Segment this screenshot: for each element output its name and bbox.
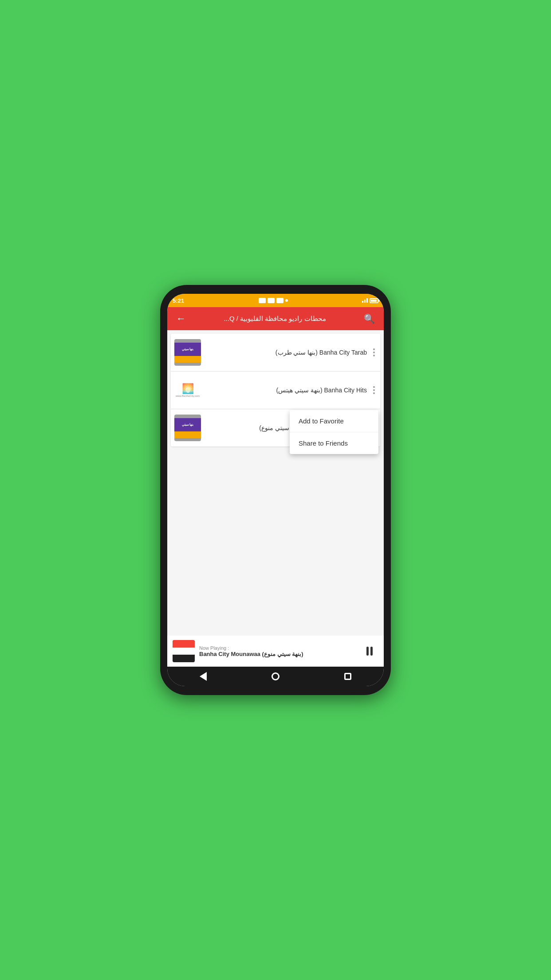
battery-fill [371,300,377,302]
nav-home-icon [272,672,279,680]
more-dot [373,348,375,350]
logo-purple-bar: بنها سيتي [174,343,201,356]
status-right [362,298,378,303]
status-time: 5:21 [173,297,184,304]
app-bar-title: محطات راديو محافظة القليوبية / Q... [189,315,360,323]
logo-text: بنها سيتي [182,423,194,427]
status-icons [259,298,288,303]
station-logo-mounawaa: بنها سيتي [174,415,201,441]
phone-screen: 5:21 ← محطات راديو محافظة ال [167,294,384,686]
now-playing-logo [173,640,195,662]
logo-orange-bar [174,431,201,438]
now-playing-info: Now Playing : Banha City Mounawaa (بنهة … [195,645,361,657]
flag-red [173,640,195,648]
status-icon-2 [268,298,275,303]
more-menu-button-tarab[interactable] [371,347,377,358]
logo-hits-inner: 🌅 www.BanhaCity.com [174,377,201,403]
logo-text: بنها سيتي [182,348,194,351]
more-dot [373,355,375,356]
share-to-friends-item[interactable]: Share to Friends [290,432,378,454]
add-to-favorite-item[interactable]: Add to Favorite [290,410,378,432]
pause-button[interactable] [361,642,378,660]
sun-icon: 🌅 [182,383,194,395]
now-playing-label: Now Playing : [199,645,356,651]
more-dot [373,386,375,388]
nav-home-button[interactable] [267,668,284,685]
more-dot [373,392,375,394]
station-info: Banha City Hits (بنهة سيتي هيتس) [201,386,371,394]
more-dot [373,352,375,353]
now-playing-title: Banha City Mounawaa (بنهة سيتي منوع) [199,651,356,657]
hits-url: www.BanhaCity.com [176,395,200,397]
flag-white [173,648,195,655]
signal-bar-1 [362,301,363,303]
nav-bar [167,667,384,686]
station-name: Banha City Hits (بنهة سيتي هيتس) [276,387,367,394]
status-dot [285,299,288,302]
pause-bar-2 [370,647,373,656]
pause-icon [366,647,373,656]
nav-back-icon [200,672,207,681]
search-button[interactable]: 🔍 [360,312,378,326]
status-icon-1 [259,298,266,303]
flag-stripes [173,640,195,662]
nav-recents-icon [344,673,351,680]
list-item[interactable]: بنها سيتي Banha City Tarab (بنها ستي طرب… [171,334,380,371]
list-item[interactable]: 🌅 www.BanhaCity.com Banha City Hits (بنه… [171,371,380,409]
station-name: Banha City Tarab (بنها ستي طرب) [276,349,367,356]
battery-icon [370,298,378,303]
phone-frame: 5:21 ← محطات راديو محافظة ال [160,285,391,695]
logo-tarab-inner: بنها سيتي [174,339,201,366]
station-logo-hits: 🌅 www.BanhaCity.com [174,377,201,403]
logo-orange-bar [174,356,201,363]
back-button[interactable]: ← [173,311,189,326]
signal-bar-2 [364,300,366,303]
logo-purple-bar: بنها سيتي [174,418,201,431]
nav-recents-button[interactable] [339,668,357,685]
station-logo-tarab: بنها سيتي [174,339,201,366]
content: بنها سيتي Banha City Tarab (بنها ستي طرب… [167,330,384,636]
status-bar: 5:21 [167,294,384,307]
signal-bar-3 [366,298,368,303]
context-menu: Add to Favorite Share to Friends [290,410,378,454]
signal-bars [362,298,368,303]
pause-bar-1 [366,647,369,656]
more-dot [373,389,375,391]
logo-tarab-inner: بنها سيتي [174,415,201,441]
flag-black [173,655,195,662]
more-menu-button-hits[interactable] [371,384,377,396]
station-info: Banha City Tarab (بنها ستي طرب) [201,348,371,356]
now-playing-bar: Now Playing : Banha City Mounawaa (بنهة … [167,636,384,667]
status-icon-3 [276,298,283,303]
app-bar: ← محطات راديو محافظة القليوبية / Q... 🔍 [167,307,384,330]
nav-back-button[interactable] [194,668,212,685]
